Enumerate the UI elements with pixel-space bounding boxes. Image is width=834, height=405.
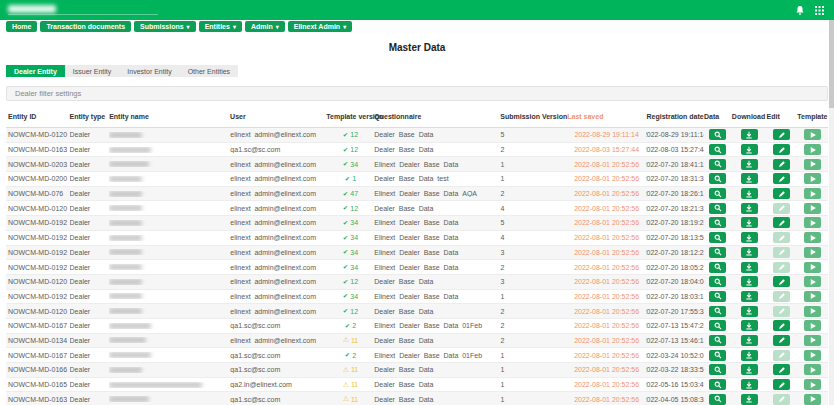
nav-item-admin[interactable]: Admin ▾ [245, 21, 285, 32]
view-data-button[interactable] [709, 217, 726, 228]
edit-button[interactable] [773, 276, 790, 287]
edit-button[interactable] [773, 217, 790, 228]
template-button[interactable] [804, 320, 821, 331]
edit-button[interactable] [773, 173, 790, 184]
view-data-button[interactable] [709, 306, 726, 317]
view-data-button[interactable] [709, 232, 726, 243]
view-data-button[interactable] [709, 144, 726, 155]
dealer-filter-settings-panel[interactable]: Dealer filter settings [6, 86, 828, 101]
download-button[interactable] [741, 394, 758, 405]
download-button[interactable] [741, 129, 758, 140]
nav-item-transaction-documents[interactable]: Transaction documents [40, 21, 131, 32]
download-button[interactable] [741, 247, 758, 258]
questionnaire-cell: Dealer_Base_Data [374, 396, 487, 403]
pencil-icon [778, 263, 786, 271]
view-data-button[interactable] [709, 173, 726, 184]
template-button[interactable] [804, 335, 821, 346]
view-data-button[interactable] [709, 379, 726, 390]
entity-name-cell [109, 176, 230, 182]
template-button[interactable] [804, 188, 821, 199]
template-button[interactable] [804, 173, 821, 184]
vertical-scrollbar[interactable] [829, 20, 834, 405]
template-button[interactable] [804, 364, 821, 375]
template-version-cell: ⚠ 11 [327, 366, 375, 374]
tab-other-entities[interactable]: Other Entities [180, 65, 238, 77]
tab-dealer-entity[interactable]: Dealer Entity [6, 65, 65, 77]
view-data-button[interactable] [709, 335, 726, 346]
edit-button[interactable] [773, 320, 790, 331]
template-button[interactable] [804, 276, 821, 287]
view-data-button[interactable] [709, 291, 726, 302]
view-data-button[interactable] [709, 350, 726, 361]
view-data-button[interactable] [709, 276, 726, 287]
template-button[interactable] [804, 129, 821, 140]
entity-id-cell: NOWCM-MD-0120 [6, 278, 70, 285]
submission-version-cell: 1 [487, 396, 567, 403]
template-button[interactable] [804, 217, 821, 228]
download-button[interactable] [741, 350, 758, 361]
edit-button[interactable] [773, 188, 790, 199]
template-button[interactable] [804, 262, 821, 273]
template-button[interactable] [804, 350, 821, 361]
template-button[interactable] [804, 247, 821, 258]
last-saved-cell: 2022-08-01 20:52:56 [567, 264, 646, 271]
view-data-button[interactable] [709, 129, 726, 140]
template-button[interactable] [804, 306, 821, 317]
entity-name-redacted [109, 367, 142, 373]
download-button[interactable] [741, 335, 758, 346]
nav-item-home[interactable]: Home [6, 21, 37, 32]
download-button[interactable] [741, 173, 758, 184]
edit-button[interactable] [773, 144, 790, 155]
download-button[interactable] [741, 306, 758, 317]
download-button[interactable] [741, 276, 758, 287]
template-button[interactable] [804, 291, 821, 302]
entity-name-redacted [109, 396, 149, 402]
check-icon: ✔ [343, 160, 348, 168]
download-button[interactable] [741, 144, 758, 155]
download-button[interactable] [741, 217, 758, 228]
template-version-cell: ✔ 34 [327, 292, 375, 300]
apps-grid-icon[interactable] [815, 6, 824, 15]
edit-button[interactable] [773, 159, 790, 170]
download-button[interactable] [741, 291, 758, 302]
download-button[interactable] [741, 364, 758, 375]
view-data-button[interactable] [709, 247, 726, 258]
download-button[interactable] [741, 262, 758, 273]
edit-button[interactable] [773, 129, 790, 140]
download-button[interactable] [741, 188, 758, 199]
template-version-cell: ⚠ 11 [327, 336, 375, 344]
view-data-button[interactable] [709, 159, 726, 170]
template-button[interactable] [804, 232, 821, 243]
column-header-template-version: Template version [326, 113, 374, 120]
download-button[interactable] [741, 203, 758, 214]
edit-button[interactable] [773, 335, 790, 346]
scrollbar-thumb[interactable] [829, 20, 834, 108]
edit-button[interactable] [773, 364, 790, 375]
check-icon: ✔ [343, 263, 348, 271]
edit-button[interactable] [773, 379, 790, 390]
submission-version-cell: 5 [487, 219, 567, 226]
download-button[interactable] [741, 379, 758, 390]
template-button[interactable] [804, 379, 821, 390]
view-data-button[interactable] [709, 364, 726, 375]
view-data-button[interactable] [709, 203, 726, 214]
table-row: NOWCM-MD-0166 Dealer qa1.sc@sc.com ⚠ 11 … [6, 363, 828, 378]
template-button[interactable] [804, 394, 821, 405]
view-data-button[interactable] [709, 188, 726, 199]
tab-issuer-entity[interactable]: Issuer Entity [65, 65, 120, 77]
nav-item-elinext-admin[interactable]: Elinext Admin ▾ [288, 21, 352, 32]
view-data-button[interactable] [709, 394, 726, 405]
view-data-button[interactable] [709, 320, 726, 331]
tab-investor-entity[interactable]: Investor Entity [119, 65, 179, 77]
nav-item-submissions[interactable]: Submissions ▾ [134, 21, 196, 32]
view-data-button[interactable] [709, 262, 726, 273]
download-button[interactable] [741, 320, 758, 331]
notifications-bell-icon[interactable] [795, 5, 805, 16]
entity-type-cell: Dealer [70, 352, 110, 359]
template-button[interactable] [804, 144, 821, 155]
template-button[interactable] [804, 203, 821, 214]
download-button[interactable] [741, 159, 758, 170]
template-button[interactable] [804, 159, 821, 170]
nav-item-entities[interactable]: Entities ▾ [199, 21, 242, 32]
download-button[interactable] [741, 232, 758, 243]
